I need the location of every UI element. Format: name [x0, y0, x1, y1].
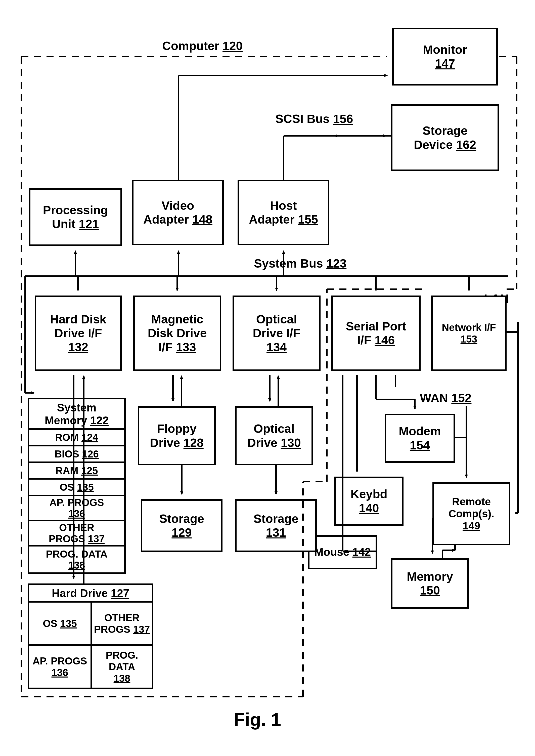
storage129-block: Storage129 [141, 499, 222, 552]
storage131-block: Storage131 [235, 499, 317, 552]
floppy-block: Floppy Drive 128 [138, 406, 216, 465]
net-if-block: Network I/F 153 [431, 296, 507, 371]
wan-label: WAN 152 [420, 391, 471, 405]
host-adapter-block: Host Adapter 155 [238, 180, 329, 245]
processing-unit-block: Processing Unit 121 [29, 188, 122, 246]
hdd-if-block: Hard Disk Drive I/F 132 [35, 296, 122, 371]
computer-label: Computer 120 [162, 39, 242, 53]
optical-drive-block: Optical Drive 130 [235, 406, 313, 465]
keybd-block: Keybd140 [334, 477, 404, 526]
optical-if-block: Optical Drive I/F 134 [233, 296, 321, 371]
remote-block: Remote Comp(s). 149 [433, 482, 510, 545]
monitor-block: Monitor147 [392, 28, 498, 85]
figure-caption: Fig. 1 [234, 709, 281, 730]
scsi-bus-label: SCSI Bus 156 [275, 112, 353, 126]
storage-device-block: Storage Device 162 [391, 104, 499, 171]
mag-if-block: Magnetic Disk Drive I/F 133 [133, 296, 221, 371]
system-bus-label: System Bus 123 [254, 256, 347, 270]
memory150-block: Memory150 [391, 558, 469, 609]
hard-drive-block: Hard Drive 127 OS 135 OTHER PROGS 137 AP… [28, 583, 154, 689]
serial-if-block: Serial Port I/F 146 [331, 296, 421, 371]
mouse-block: Mouse 142 [308, 535, 377, 569]
system-memory-block: System Memory 122 ROM 124 BIOS 126 RAM 1… [28, 398, 126, 574]
modem-block: Modem154 [385, 414, 455, 463]
video-adapter-block: Video Adapter 148 [132, 180, 224, 245]
